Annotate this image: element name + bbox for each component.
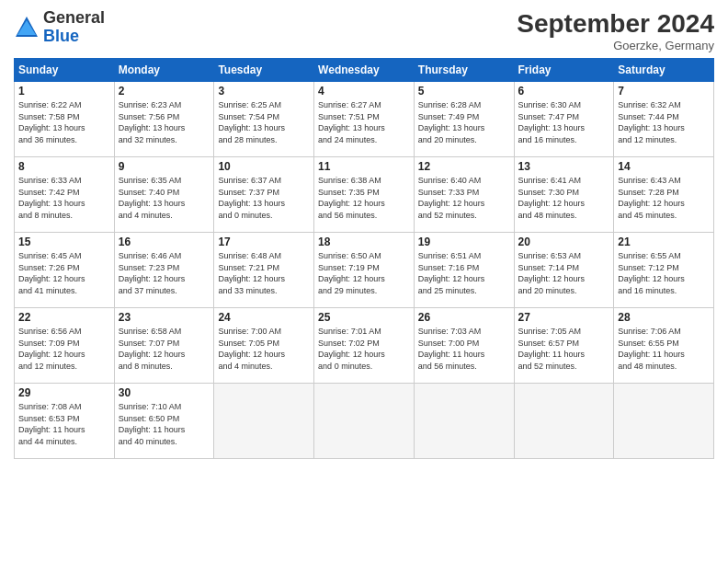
table-row: 25Sunrise: 7:01 AMSunset: 7:02 PMDayligh… [314, 308, 415, 384]
day-number: 18 [318, 236, 410, 248]
table-row: 14Sunrise: 6:43 AMSunset: 7:28 PMDayligh… [614, 157, 714, 233]
day-number: 1 [18, 85, 110, 98]
day-info: Sunrise: 7:01 AMSunset: 7:02 PMDaylight:… [318, 326, 410, 372]
day-number: 14 [618, 160, 710, 173]
day-number: 7 [618, 85, 710, 98]
day-info: Sunrise: 6:33 AMSunset: 7:42 PMDaylight:… [18, 175, 110, 221]
day-number: 13 [518, 160, 610, 173]
day-number: 11 [318, 160, 410, 173]
day-number: 4 [318, 85, 410, 98]
day-number: 8 [18, 160, 110, 173]
day-info: Sunrise: 7:03 AMSunset: 7:00 PMDaylight:… [418, 326, 510, 372]
table-row [614, 384, 714, 459]
day-number: 26 [418, 311, 510, 324]
day-number: 12 [418, 160, 510, 173]
day-number: 28 [618, 311, 710, 324]
day-info: Sunrise: 6:37 AMSunset: 7:37 PMDaylight:… [218, 175, 310, 221]
day-info: Sunrise: 7:06 AMSunset: 6:55 PMDaylight:… [618, 326, 710, 372]
day-number: 9 [119, 160, 210, 173]
table-row: 23Sunrise: 6:58 AMSunset: 7:07 PMDayligh… [114, 308, 214, 384]
col-friday: Friday [514, 59, 614, 82]
day-info: Sunrise: 6:50 AMSunset: 7:19 PMDaylight:… [318, 250, 410, 296]
day-info: Sunrise: 7:08 AMSunset: 6:53 PMDaylight:… [18, 401, 110, 447]
day-info: Sunrise: 6:53 AMSunset: 7:14 PMDaylight:… [518, 250, 610, 296]
logo-general: General [43, 8, 105, 27]
table-row [514, 384, 614, 459]
calendar-week-row: 29Sunrise: 7:08 AMSunset: 6:53 PMDayligh… [15, 384, 714, 459]
table-row: 26Sunrise: 7:03 AMSunset: 7:00 PMDayligh… [414, 308, 514, 384]
day-number: 5 [418, 85, 510, 98]
calendar-week-row: 1Sunrise: 6:22 AMSunset: 7:58 PMDaylight… [15, 82, 714, 157]
day-info: Sunrise: 6:25 AMSunset: 7:54 PMDaylight:… [218, 99, 310, 145]
day-number: 23 [119, 311, 210, 324]
day-info: Sunrise: 6:43 AMSunset: 7:28 PMDaylight:… [618, 175, 710, 221]
day-number: 25 [318, 311, 410, 324]
day-info: Sunrise: 6:22 AMSunset: 7:58 PMDaylight:… [18, 99, 110, 145]
day-number: 24 [218, 311, 310, 324]
table-row: 10Sunrise: 6:37 AMSunset: 7:37 PMDayligh… [214, 157, 314, 233]
day-number: 19 [418, 236, 510, 248]
table-row: 18Sunrise: 6:50 AMSunset: 7:19 PMDayligh… [314, 233, 415, 308]
day-info: Sunrise: 6:27 AMSunset: 7:51 PMDaylight:… [318, 99, 410, 145]
day-info: Sunrise: 6:48 AMSunset: 7:21 PMDaylight:… [218, 250, 310, 296]
day-info: Sunrise: 6:55 AMSunset: 7:12 PMDaylight:… [618, 250, 710, 296]
day-number: 29 [18, 386, 110, 399]
day-number: 22 [18, 311, 110, 324]
day-number: 17 [218, 236, 310, 248]
col-saturday: Saturday [614, 59, 714, 82]
table-row: 19Sunrise: 6:51 AMSunset: 7:16 PMDayligh… [414, 233, 514, 308]
table-row: 13Sunrise: 6:41 AMSunset: 7:30 PMDayligh… [514, 157, 614, 233]
day-number: 2 [119, 85, 210, 98]
logo: General Blue [14, 9, 105, 46]
col-wednesday: Wednesday [314, 59, 415, 82]
day-info: Sunrise: 6:45 AMSunset: 7:26 PMDaylight:… [18, 250, 110, 296]
col-sunday: Sunday [15, 59, 115, 82]
svg-marker-1 [17, 20, 36, 35]
day-info: Sunrise: 6:23 AMSunset: 7:56 PMDaylight:… [119, 99, 210, 145]
day-info: Sunrise: 6:32 AMSunset: 7:44 PMDaylight:… [618, 99, 710, 145]
day-info: Sunrise: 6:58 AMSunset: 7:07 PMDaylight:… [119, 326, 210, 372]
title-block: September 2024 Goerzke, Germany [517, 9, 714, 52]
table-row: 20Sunrise: 6:53 AMSunset: 7:14 PMDayligh… [514, 233, 614, 308]
day-info: Sunrise: 6:46 AMSunset: 7:23 PMDaylight:… [119, 250, 210, 296]
calendar-header-row: Sunday Monday Tuesday Wednesday Thursday… [15, 59, 714, 82]
table-row: 24Sunrise: 7:00 AMSunset: 7:05 PMDayligh… [214, 308, 314, 384]
table-row: 7Sunrise: 6:32 AMSunset: 7:44 PMDaylight… [614, 82, 714, 157]
table-row [314, 384, 415, 459]
day-info: Sunrise: 6:41 AMSunset: 7:30 PMDaylight:… [518, 175, 610, 221]
col-thursday: Thursday [414, 59, 514, 82]
table-row: 1Sunrise: 6:22 AMSunset: 7:58 PMDaylight… [15, 82, 115, 157]
calendar-week-row: 22Sunrise: 6:56 AMSunset: 7:09 PMDayligh… [15, 308, 714, 384]
day-number: 21 [618, 236, 710, 248]
day-number: 20 [518, 236, 610, 248]
col-tuesday: Tuesday [214, 59, 314, 82]
day-number: 16 [119, 236, 210, 248]
day-info: Sunrise: 6:40 AMSunset: 7:33 PMDaylight:… [418, 175, 510, 221]
day-info: Sunrise: 7:10 AMSunset: 6:50 PMDaylight:… [119, 401, 210, 447]
day-info: Sunrise: 6:30 AMSunset: 7:47 PMDaylight:… [518, 99, 610, 145]
day-number: 30 [119, 386, 210, 399]
table-row: 17Sunrise: 6:48 AMSunset: 7:21 PMDayligh… [214, 233, 314, 308]
day-info: Sunrise: 6:28 AMSunset: 7:49 PMDaylight:… [418, 99, 510, 145]
table-row: 16Sunrise: 6:46 AMSunset: 7:23 PMDayligh… [114, 233, 214, 308]
table-row: 12Sunrise: 6:40 AMSunset: 7:33 PMDayligh… [414, 157, 514, 233]
location: Goerzke, Germany [517, 39, 714, 52]
table-row: 3Sunrise: 6:25 AMSunset: 7:54 PMDaylight… [214, 82, 314, 157]
day-info: Sunrise: 7:05 AMSunset: 6:57 PMDaylight:… [518, 326, 610, 372]
day-number: 3 [218, 85, 310, 98]
day-number: 10 [218, 160, 310, 173]
table-row: 8Sunrise: 6:33 AMSunset: 7:42 PMDaylight… [15, 157, 115, 233]
calendar-week-row: 8Sunrise: 6:33 AMSunset: 7:42 PMDaylight… [15, 157, 714, 233]
table-row: 6Sunrise: 6:30 AMSunset: 7:47 PMDaylight… [514, 82, 614, 157]
table-row [414, 384, 514, 459]
table-row: 27Sunrise: 7:05 AMSunset: 6:57 PMDayligh… [514, 308, 614, 384]
header: General Blue September 2024 Goerzke, Ger… [14, 9, 714, 52]
logo-icon [14, 15, 40, 40]
table-row: 21Sunrise: 6:55 AMSunset: 7:12 PMDayligh… [614, 233, 714, 308]
table-row: 22Sunrise: 6:56 AMSunset: 7:09 PMDayligh… [15, 308, 115, 384]
page: General Blue September 2024 Goerzke, Ger… [0, 0, 728, 563]
table-row: 15Sunrise: 6:45 AMSunset: 7:26 PMDayligh… [15, 233, 115, 308]
table-row: 4Sunrise: 6:27 AMSunset: 7:51 PMDaylight… [314, 82, 415, 157]
day-number: 6 [518, 85, 610, 98]
logo-text: General Blue [43, 9, 105, 46]
